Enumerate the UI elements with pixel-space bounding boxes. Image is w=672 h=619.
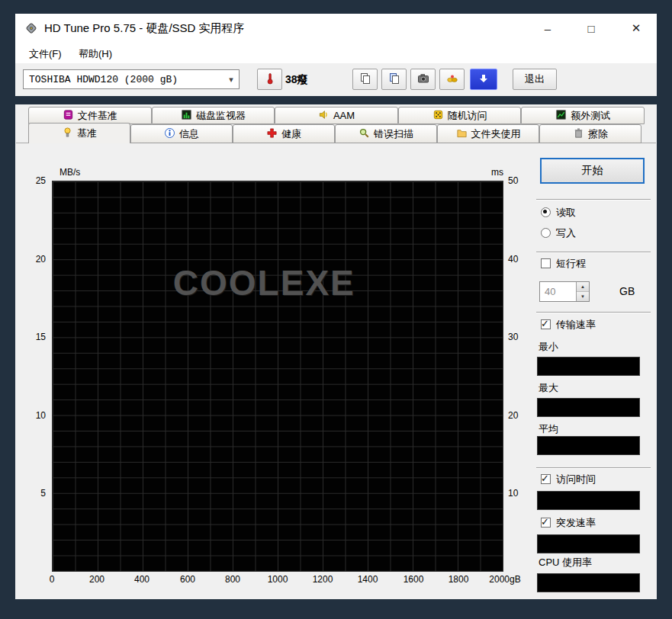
update-button[interactable] xyxy=(470,69,497,90)
right-tick: 40 xyxy=(508,254,534,265)
menu-help[interactable]: 帮助(H) xyxy=(71,46,120,63)
access-time-label: 访问时间 xyxy=(556,473,596,486)
burst-rate-checkbox[interactable] xyxy=(541,518,551,528)
spinner: ▲ ▼ xyxy=(576,282,589,301)
drive-select-value: TOSHIBA HDWD120 (2000 gB) xyxy=(24,74,223,85)
tab-row-upper: 文件基准 磁盘监视器 xyxy=(28,107,645,124)
y-tick: 20 xyxy=(20,254,46,265)
write-radio-label: 写入 xyxy=(556,226,576,240)
access-time-checkbox[interactable] xyxy=(541,474,551,484)
y-tick: 25 xyxy=(20,175,46,186)
right-tick: 30 xyxy=(508,332,534,342)
register-button[interactable] xyxy=(439,69,465,90)
benchmark-chart: COOLEXE xyxy=(52,181,503,572)
separator xyxy=(536,312,651,313)
max-value-display xyxy=(537,398,640,417)
camera-icon xyxy=(417,72,429,87)
tab-disk-monitor[interactable]: 磁盘监视器 xyxy=(152,107,275,124)
window-title: HD Tune Pro 5.75 - 硬盘/SSD 实用程序 xyxy=(44,21,245,36)
x-tick: 1600 xyxy=(404,574,424,585)
read-radio[interactable] xyxy=(541,207,551,217)
tab-label: 错误扫描 xyxy=(374,127,413,141)
temperature-button[interactable] xyxy=(257,69,282,90)
copy-icon xyxy=(359,72,371,87)
spin-up-button[interactable]: ▲ xyxy=(577,282,589,292)
menu-file[interactable]: 文件(F) xyxy=(21,46,69,63)
tab-health[interactable]: 健康 xyxy=(233,124,335,143)
dice-icon xyxy=(432,109,444,123)
app-icon xyxy=(25,22,37,34)
speaker-icon xyxy=(318,109,330,123)
watermark: COOLEXE xyxy=(173,262,355,303)
close-button[interactable]: ✕ xyxy=(622,18,650,38)
tab-random-access[interactable]: 随机访问 xyxy=(398,107,522,124)
copy-color-button[interactable] xyxy=(381,69,407,90)
screenshot-button[interactable] xyxy=(410,69,436,90)
short-stroke-size-value: 40 xyxy=(540,282,576,301)
x-tick: 800 xyxy=(225,574,240,585)
tab-error-scan[interactable]: 错误扫描 xyxy=(335,124,437,143)
y-tick: 5 xyxy=(20,488,46,499)
transfer-rate-checkbox[interactable] xyxy=(541,319,551,329)
menu-bar: 文件(F) 帮助(H) xyxy=(15,43,657,63)
x-tick: 1400 xyxy=(358,574,378,585)
temperature-value: 38癈 xyxy=(285,73,308,87)
separator xyxy=(536,252,651,253)
extra-tests-icon xyxy=(555,109,567,123)
cpu-usage-value-display xyxy=(537,573,640,592)
left-axis-unit: MB/s xyxy=(59,167,80,178)
drive-select[interactable]: TOSHIBA HDWD120 (2000 gB) ▾ xyxy=(23,69,240,89)
benchmark-lamp-icon xyxy=(62,127,73,140)
separator xyxy=(536,467,651,469)
download-arrow-icon xyxy=(478,73,489,86)
spin-down-button[interactable]: ▼ xyxy=(577,292,589,301)
gb-unit-label: GB xyxy=(619,285,635,297)
separator xyxy=(536,199,651,200)
short-stroke-checkbox[interactable] xyxy=(541,258,551,268)
tab-extra-tests[interactable]: 额外测试 xyxy=(521,107,645,124)
right-tick: 10 xyxy=(508,488,534,499)
x-tick: 1200 xyxy=(313,574,333,585)
tab-erase[interactable]: 擦除 xyxy=(539,124,641,143)
tab-benchmark[interactable]: 基准 xyxy=(28,123,130,143)
start-button[interactable]: 开始 xyxy=(540,158,645,184)
avg-value-display xyxy=(537,436,640,455)
tab-label: 磁盘监视器 xyxy=(196,109,246,123)
thermometer-icon xyxy=(265,72,275,87)
short-stroke-label: 短行程 xyxy=(556,257,586,271)
cpu-usage-label: CPU 使用率 xyxy=(539,556,592,569)
tab-label: 基准 xyxy=(77,127,97,140)
title-bar: HD Tune Pro 5.75 - 硬盘/SSD 实用程序 – □ ✕ xyxy=(15,14,657,43)
access-time-value-display xyxy=(537,491,640,510)
hands-icon xyxy=(446,72,458,87)
exit-button[interactable]: 退出 xyxy=(513,69,557,90)
tab-folder-usage[interactable]: 文件夹使用 xyxy=(437,124,539,143)
application-window: HD Tune Pro 5.75 - 硬盘/SSD 实用程序 – □ ✕ 文件(… xyxy=(0,0,672,619)
magnifier-icon xyxy=(359,127,370,141)
right-axis-unit: ms xyxy=(491,167,503,178)
write-radio[interactable] xyxy=(541,228,551,238)
right-tick: 50 xyxy=(508,175,534,186)
tab-aam[interactable]: AAM xyxy=(275,107,398,124)
disk-monitor-icon xyxy=(181,109,192,123)
tab-row-lower: 基准 信息 健康 xyxy=(28,124,641,143)
chevron-down-icon: ▾ xyxy=(223,75,239,85)
tab-label: 额外测试 xyxy=(571,109,610,123)
short-stroke-size-input[interactable]: 40 ▲ ▼ xyxy=(539,281,590,302)
trash-icon xyxy=(573,127,584,141)
folder-icon xyxy=(456,127,468,141)
x-tick: 200 xyxy=(89,574,104,585)
main-panel: 文件基准 磁盘监视器 xyxy=(15,104,657,599)
info-icon xyxy=(164,127,175,141)
read-radio-label: 读取 xyxy=(556,206,576,220)
burst-rate-label: 突发速率 xyxy=(556,516,596,530)
minimize-button[interactable]: – xyxy=(534,18,561,38)
y-tick: 15 xyxy=(20,332,46,342)
tab-file-benchmark[interactable]: 文件基准 xyxy=(28,107,152,124)
tab-info[interactable]: 信息 xyxy=(130,124,233,143)
maximize-button[interactable]: □ xyxy=(577,18,605,38)
health-cross-icon xyxy=(266,127,278,141)
x-tick: 1000 xyxy=(268,574,288,585)
tab-label: 擦除 xyxy=(588,127,608,141)
copy-button[interactable] xyxy=(352,69,378,90)
